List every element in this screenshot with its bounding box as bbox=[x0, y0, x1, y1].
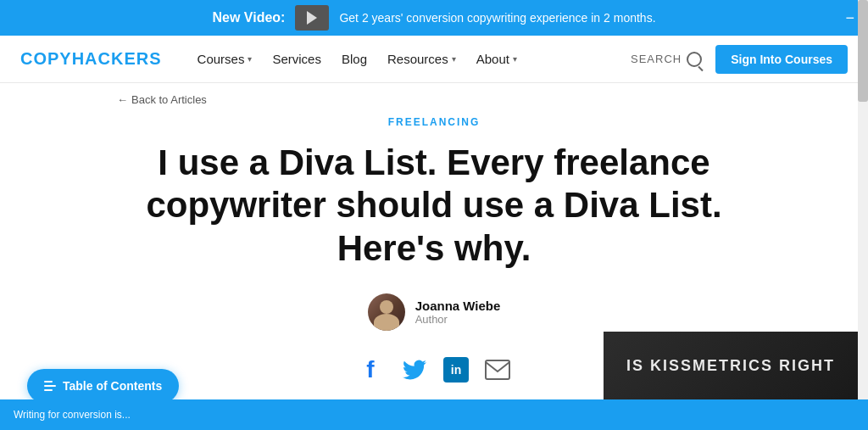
banner-content: New Video: Get 2 years' conversion copyw… bbox=[212, 5, 655, 31]
chevron-down-icon-about: ▾ bbox=[513, 54, 517, 64]
category-label: FREELANCING bbox=[103, 116, 765, 128]
email-share-button[interactable] bbox=[482, 355, 513, 385]
banner-text: Get 2 years' conversion copywriting expe… bbox=[339, 11, 655, 25]
svg-rect-0 bbox=[486, 360, 509, 379]
search-icon bbox=[687, 52, 702, 67]
bottom-strip-text: Writing for conversion is... bbox=[14, 409, 131, 421]
nav-item-resources[interactable]: Resources ▾ bbox=[379, 45, 465, 73]
bottom-strip: Writing for conversion is... bbox=[0, 399, 868, 430]
nav-item-services[interactable]: Services bbox=[264, 45, 330, 73]
bottom-right-image: IS KISSMETRICS RIGHT bbox=[604, 332, 858, 399]
linkedin-share-button[interactable]: in bbox=[443, 357, 469, 383]
bottom-right-image-text: IS KISSMETRICS RIGHT bbox=[626, 357, 835, 375]
navbar: COPYHACKERS Courses ▾ Services Blog Reso… bbox=[0, 36, 868, 83]
nav-item-courses[interactable]: Courses ▾ bbox=[189, 45, 261, 73]
logo[interactable]: COPYHACKERS bbox=[20, 49, 162, 69]
author-role: Author bbox=[415, 313, 501, 326]
author-info: Joanna Wiebe Author bbox=[415, 299, 501, 326]
play-icon bbox=[307, 11, 317, 25]
back-link-text: Back to Articles bbox=[131, 93, 207, 106]
table-of-contents-button[interactable]: Table of Contents bbox=[27, 369, 179, 403]
sign-in-button[interactable]: Sign Into Courses bbox=[715, 45, 848, 74]
banner-thumbnail bbox=[295, 5, 329, 31]
nav-links: Courses ▾ Services Blog Resources ▾ Abou… bbox=[189, 45, 631, 73]
chevron-down-icon: ▾ bbox=[248, 54, 252, 64]
author-area: Joanna Wiebe Author bbox=[103, 293, 765, 331]
twitter-share-button[interactable] bbox=[399, 355, 430, 385]
chevron-down-icon-resources: ▾ bbox=[452, 54, 456, 64]
search-label: SEARCH bbox=[631, 53, 682, 65]
top-banner: New Video: Get 2 years' conversion copyw… bbox=[0, 0, 868, 36]
author-avatar bbox=[368, 293, 405, 331]
nav-item-blog[interactable]: Blog bbox=[333, 45, 376, 73]
banner-close-button[interactable]: − bbox=[845, 9, 854, 27]
scrollbar-track[interactable] bbox=[858, 0, 868, 430]
back-arrow-icon: ← bbox=[117, 93, 128, 106]
nav-item-about[interactable]: About ▾ bbox=[468, 45, 526, 73]
toc-label: Table of Contents bbox=[63, 379, 162, 393]
back-to-articles-link[interactable]: ← Back to Articles bbox=[103, 83, 207, 116]
nav-right: SEARCH Sign Into Courses bbox=[631, 45, 848, 74]
facebook-share-button[interactable]: f bbox=[355, 355, 386, 385]
search-area[interactable]: SEARCH bbox=[631, 52, 702, 67]
scrollbar-thumb[interactable] bbox=[858, 0, 868, 102]
toc-lines-icon bbox=[44, 381, 56, 391]
article-title: I use a Diva List. Every freelance copyw… bbox=[103, 142, 765, 270]
banner-new-video-label: New Video: bbox=[212, 10, 285, 25]
author-name: Joanna Wiebe bbox=[415, 299, 501, 313]
